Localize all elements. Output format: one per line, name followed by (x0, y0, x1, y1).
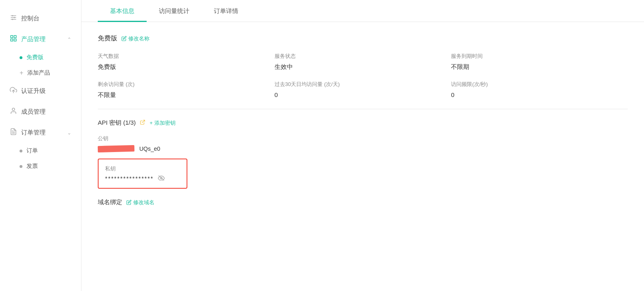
sidebar-item-label: 订单管理 (21, 129, 46, 137)
plus-icon: + (20, 69, 23, 77)
user-icon (10, 107, 17, 117)
api-keys-title-row: API 密钥 (1/3) + 添加密钥 (98, 119, 628, 127)
redacted-block (98, 145, 134, 152)
public-key-label: 公钥 (98, 135, 628, 142)
sidebar-item-member-management[interactable]: 成员管理 (0, 101, 81, 122)
product-title-row: 免费版 修改名称 (98, 34, 628, 43)
add-key-link[interactable]: + 添加密钥 (149, 119, 175, 127)
grid-icon (10, 35, 17, 44)
svg-rect-8 (11, 39, 13, 41)
sidebar-item-label: 认证升级 (21, 87, 46, 95)
tab-traffic-stats[interactable]: 访问量统计 (147, 0, 202, 22)
upload-icon (10, 86, 17, 96)
sidebar-item-label: 控制台 (21, 15, 40, 22)
tab-order-details[interactable]: 订单详情 (202, 0, 251, 22)
dot-icon (20, 150, 22, 152)
sidebar-sub-item-label: 订单 (26, 147, 38, 154)
sidebar-item-cert-upgrade[interactable]: 认证升级 (0, 81, 81, 101)
svg-point-5 (12, 19, 13, 20)
active-dot-icon (20, 56, 22, 59)
chevron-down-icon: ⌄ (67, 130, 71, 136)
svg-rect-6 (11, 35, 13, 37)
product-name: 免费版 (98, 34, 117, 43)
sidebar-item-label: 成员管理 (21, 108, 46, 116)
sidebar-sub-item-order[interactable]: 订单 (0, 143, 81, 159)
edit-name-link[interactable]: 修改名称 (121, 35, 149, 42)
svg-rect-7 (14, 35, 16, 37)
edit-icon (121, 36, 127, 41)
info-remaining-visits: 剩余访问量 (次) 不限量 (98, 81, 275, 99)
info-avg-visits: 过去30天日均访问量 (次/天) 0 (275, 81, 451, 99)
tabs-bar: 基本信息 访问量统计 订单详情 (81, 0, 644, 22)
public-key-value: UQs_e0 (98, 146, 628, 152)
sliders-icon (10, 14, 17, 23)
sidebar-sub-product: 免费版 + 添加产品 (0, 50, 81, 81)
private-key-value: **************** (105, 175, 154, 182)
sidebar-sub-item-add-product[interactable]: + 添加产品 (0, 65, 81, 81)
sidebar-item-product-management[interactable]: 产品管理 ⌃ (0, 29, 81, 50)
sidebar-sub-item-label: 免费版 (26, 54, 44, 61)
svg-point-11 (12, 108, 15, 110)
info-grid: 天气数据 免费版 服务状态 生效中 服务到期时间 不限期 剩余访问量 (次) 不… (98, 53, 628, 99)
sidebar-sub-item-label: 发票 (26, 163, 38, 170)
svg-point-4 (14, 17, 15, 18)
sidebar-sub-item-free-version[interactable]: 免费版 (0, 50, 81, 65)
sidebar-item-order-management[interactable]: 订单管理 ⌄ (0, 122, 81, 143)
divider (98, 109, 628, 109)
chevron-up-icon: ⌃ (67, 37, 71, 42)
edit-domain-icon (126, 200, 132, 205)
domain-binding-section: 域名绑定 修改域名 (98, 198, 628, 206)
external-link-icon[interactable] (140, 119, 145, 126)
content-area: 免费版 修改名称 天气数据 免费版 服务状态 生效中 服务到期时间 不限期 (81, 22, 644, 291)
domain-title-row: 域名绑定 修改域名 (98, 198, 628, 206)
svg-line-14 (142, 120, 145, 123)
dot-icon (20, 165, 22, 168)
eye-icon[interactable] (158, 175, 165, 182)
info-visit-frequency: 访问频限(次/秒) 0 (451, 81, 628, 99)
edit-domain-link[interactable]: 修改域名 (126, 199, 154, 206)
domain-binding-label: 域名绑定 (98, 198, 122, 206)
sidebar-sub-item-invoice[interactable]: 发票 (0, 159, 81, 174)
info-weather-data: 天气数据 免费版 (98, 53, 275, 71)
svg-point-3 (12, 15, 13, 16)
sidebar-sub-order: 订单 发票 (0, 143, 81, 174)
sidebar-item-label: 产品管理 (21, 35, 46, 43)
sidebar-sub-item-label: 添加产品 (27, 69, 50, 77)
main-content: 基本信息 访问量统计 订单详情 免费版 修改名称 天气数据 免费版 (81, 0, 644, 291)
info-service-status: 服务状态 生效中 (275, 53, 451, 71)
api-title-text: API 密钥 (1/3) (98, 119, 136, 127)
private-key-label: 私钥 (105, 165, 165, 172)
private-key-section: 私钥 **************** (98, 159, 628, 189)
tab-basic-info[interactable]: 基本信息 (98, 0, 147, 22)
info-service-expiry: 服务到期时间 不限期 (451, 53, 628, 71)
sidebar: 控制台 产品管理 ⌃ 免费版 + 添加产品 认证升级 (0, 0, 81, 291)
sidebar-item-console[interactable]: 控制台 (0, 8, 81, 29)
order-icon (10, 128, 17, 137)
svg-rect-9 (14, 39, 16, 41)
public-key-suffix: UQs_e0 (139, 146, 160, 152)
private-key-box: 私钥 **************** (98, 159, 187, 189)
public-key-section: 公钥 UQs_e0 (98, 135, 628, 152)
